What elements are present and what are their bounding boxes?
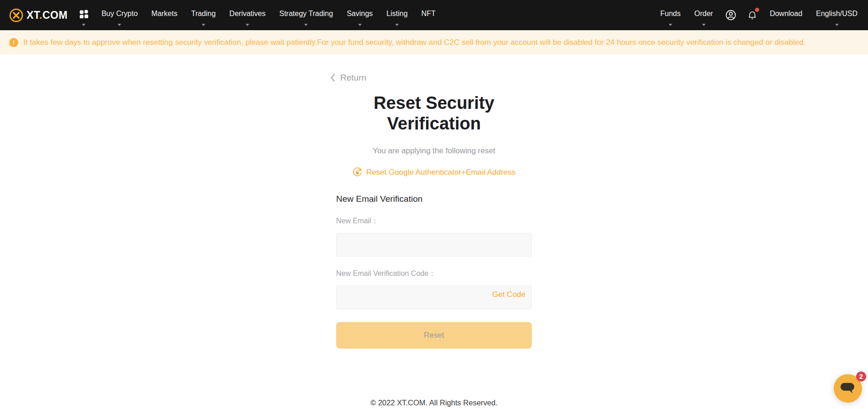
nav-item-nft[interactable]: NFT [414,0,442,30]
top-navbar: XT.COM Buy Crypto Markets Trading Deriva… [0,0,868,30]
nav-item-trading[interactable]: Trading [184,0,223,30]
nav-item-markets[interactable]: Markets [145,0,184,30]
page-title: Reset Security Verification [336,93,532,134]
notifications-button[interactable] [742,0,763,30]
security-notice-text: It takes few days to approve when resett… [23,38,806,47]
reset-button[interactable]: Reset [336,322,532,349]
section-title: New Email Verification [336,194,532,204]
return-link[interactable]: Return [330,73,366,83]
chevron-down-icon [118,24,121,26]
reset-type-label: Reset Google Authenticator+Email Address [366,168,516,177]
nav-item-buy-crypto[interactable]: Buy Crypto [95,0,145,30]
chat-unread-badge: 2 [856,371,866,382]
profile-icon [725,9,737,21]
copyright-text: © 2022 XT.COM. All Rights Reserved. [0,398,868,407]
chat-bubble-icon [840,382,856,395]
xt-logo-wordmark: XT.COM [27,9,68,22]
nav-item-funds[interactable]: Funds [654,0,687,30]
chevron-left-icon [330,73,336,82]
warning-icon: ! [9,38,18,47]
apps-grid-menu[interactable] [73,0,95,30]
xt-logo[interactable]: XT.COM [9,0,68,30]
nav-item-order[interactable]: Order [687,0,720,30]
page-subtitle: You are applying the following reset [336,146,532,156]
reset-type-link[interactable]: Reset Google Authenticator+Email Address [336,167,532,177]
chevron-down-icon [82,24,86,26]
notification-dot [755,8,759,12]
return-label: Return [340,73,366,83]
language-currency-selector[interactable]: English/USD [809,0,864,30]
get-code-button[interactable]: Get Code [492,290,525,299]
chevron-down-icon [358,24,362,26]
chevron-down-icon [395,24,399,26]
navbar-right: Funds Order Downloa [654,0,864,30]
apps-grid-icon [80,10,88,18]
profile-button[interactable] [720,0,742,30]
chevron-down-icon [669,24,672,26]
reset-security-lock-icon [353,167,362,177]
chevron-down-icon [702,24,706,26]
new-email-input[interactable] [336,233,532,257]
nav-item-derivatives[interactable]: Derivatives [223,0,273,30]
chat-support-button[interactable]: 2 [834,374,862,403]
verification-code-label: New Email Verification Code： [336,269,532,279]
nav-item-savings[interactable]: Savings [340,0,380,30]
nav-item-download[interactable]: Download [763,0,809,30]
chevron-down-icon [304,24,308,26]
xt-logo-icon [9,8,23,22]
new-email-label: New Email： [336,216,532,226]
security-notice-banner: ! It takes few days to approve when rese… [0,30,868,54]
chevron-down-icon [835,24,839,26]
chevron-down-icon [202,24,205,26]
nav-item-listing[interactable]: Listing [380,0,414,30]
chevron-down-icon [246,24,249,26]
nav-item-strategy-trading[interactable]: Strategy Trading [273,0,340,30]
reset-verification-panel: Return Reset Security Verification You a… [336,73,532,349]
verification-code-field: Get Code [336,279,532,309]
